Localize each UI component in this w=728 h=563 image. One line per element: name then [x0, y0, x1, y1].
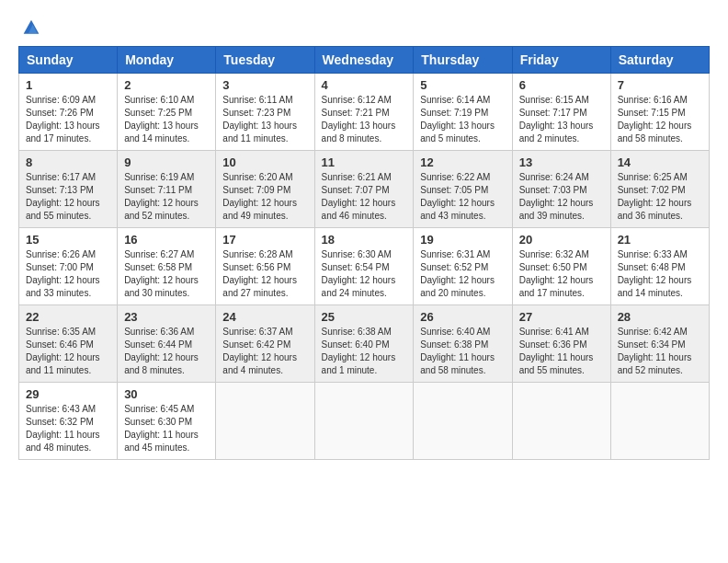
day-number: 6 [519, 78, 604, 92]
calendar: SundayMondayTuesdayWednesdayThursdayFrid… [18, 46, 710, 460]
column-header-thursday: Thursday [414, 47, 512, 74]
day-number: 13 [519, 155, 604, 169]
day-number: 18 [322, 233, 407, 247]
day-info: Sunrise: 6:45 AMSunset: 6:30 PMDaylight:… [124, 403, 209, 454]
calendar-cell: 27 Sunrise: 6:41 AMSunset: 6:36 PMDaylig… [512, 305, 610, 383]
day-number: 29 [26, 387, 110, 401]
calendar-cell: 7 Sunrise: 6:16 AMSunset: 7:15 PMDayligh… [610, 74, 709, 151]
calendar-cell: 19 Sunrise: 6:31 AMSunset: 6:52 PMDaylig… [414, 228, 512, 305]
day-info: Sunrise: 6:22 AMSunset: 7:05 PMDaylight:… [420, 171, 505, 223]
calendar-cell: 23 Sunrise: 6:36 AMSunset: 6:44 PMDaylig… [118, 305, 216, 383]
day-number: 9 [124, 155, 209, 169]
calendar-cell: 22 Sunrise: 6:35 AMSunset: 6:46 PMDaylig… [19, 305, 118, 383]
calendar-cell: 28 Sunrise: 6:42 AMSunset: 6:34 PMDaylig… [610, 305, 709, 383]
column-header-friday: Friday [512, 47, 610, 74]
day-number: 20 [519, 233, 604, 247]
calendar-cell: 13 Sunrise: 6:24 AMSunset: 7:03 PMDaylig… [512, 151, 610, 228]
day-info: Sunrise: 6:43 AMSunset: 6:32 PMDaylight:… [26, 403, 110, 454]
calendar-cell [414, 383, 512, 460]
calendar-week-5: 29 Sunrise: 6:43 AMSunset: 6:32 PMDaylig… [19, 383, 710, 460]
calendar-cell [314, 383, 414, 460]
calendar-cell [610, 383, 709, 460]
day-info: Sunrise: 6:35 AMSunset: 6:46 PMDaylight:… [26, 326, 110, 377]
day-number: 16 [124, 233, 209, 247]
column-header-monday: Monday [118, 47, 216, 74]
day-number: 15 [26, 233, 110, 247]
calendar-cell: 4 Sunrise: 6:12 AMSunset: 7:21 PMDayligh… [314, 74, 414, 151]
calendar-cell: 9 Sunrise: 6:19 AMSunset: 7:11 PMDayligh… [118, 151, 216, 228]
day-info: Sunrise: 6:36 AMSunset: 6:44 PMDaylight:… [124, 326, 209, 377]
day-number: 7 [618, 78, 702, 92]
day-info: Sunrise: 6:16 AMSunset: 7:15 PMDaylight:… [618, 94, 702, 145]
calendar-cell: 2 Sunrise: 6:10 AMSunset: 7:25 PMDayligh… [118, 74, 216, 151]
calendar-header-row: SundayMondayTuesdayWednesdayThursdayFrid… [19, 47, 710, 74]
calendar-cell: 15 Sunrise: 6:26 AMSunset: 7:00 PMDaylig… [19, 228, 118, 305]
calendar-cell [216, 383, 314, 460]
day-info: Sunrise: 6:27 AMSunset: 6:58 PMDaylight:… [124, 248, 209, 300]
day-number: 1 [26, 78, 110, 92]
day-number: 30 [124, 387, 209, 401]
day-info: Sunrise: 6:10 AMSunset: 7:25 PMDaylight:… [124, 94, 209, 145]
calendar-cell: 5 Sunrise: 6:14 AMSunset: 7:19 PMDayligh… [414, 74, 512, 151]
logo [18, 18, 40, 37]
day-number: 23 [124, 310, 209, 324]
day-number: 5 [420, 78, 505, 92]
day-info: Sunrise: 6:12 AMSunset: 7:21 PMDaylight:… [322, 94, 407, 145]
column-header-sunday: Sunday [19, 47, 118, 74]
day-info: Sunrise: 6:31 AMSunset: 6:52 PMDaylight:… [420, 248, 505, 300]
day-info: Sunrise: 6:24 AMSunset: 7:03 PMDaylight:… [519, 171, 604, 223]
calendar-cell: 17 Sunrise: 6:28 AMSunset: 6:56 PMDaylig… [216, 228, 314, 305]
calendar-cell: 10 Sunrise: 6:20 AMSunset: 7:09 PMDaylig… [216, 151, 314, 228]
calendar-week-2: 8 Sunrise: 6:17 AMSunset: 7:13 PMDayligh… [19, 151, 710, 228]
day-info: Sunrise: 6:40 AMSunset: 6:38 PMDaylight:… [420, 326, 505, 377]
day-info: Sunrise: 6:32 AMSunset: 6:50 PMDaylight:… [519, 248, 604, 300]
day-number: 2 [124, 78, 209, 92]
calendar-cell: 16 Sunrise: 6:27 AMSunset: 6:58 PMDaylig… [118, 228, 216, 305]
calendar-cell: 12 Sunrise: 6:22 AMSunset: 7:05 PMDaylig… [414, 151, 512, 228]
day-info: Sunrise: 6:42 AMSunset: 6:34 PMDaylight:… [618, 326, 702, 377]
column-header-tuesday: Tuesday [216, 47, 314, 74]
day-info: Sunrise: 6:26 AMSunset: 7:00 PMDaylight:… [26, 248, 110, 300]
calendar-cell: 26 Sunrise: 6:40 AMSunset: 6:38 PMDaylig… [414, 305, 512, 383]
calendar-week-3: 15 Sunrise: 6:26 AMSunset: 7:00 PMDaylig… [19, 228, 710, 305]
day-info: Sunrise: 6:14 AMSunset: 7:19 PMDaylight:… [420, 94, 505, 145]
column-header-saturday: Saturday [610, 47, 709, 74]
day-info: Sunrise: 6:41 AMSunset: 6:36 PMDaylight:… [519, 326, 604, 377]
calendar-cell: 29 Sunrise: 6:43 AMSunset: 6:32 PMDaylig… [19, 383, 118, 460]
calendar-cell: 20 Sunrise: 6:32 AMSunset: 6:50 PMDaylig… [512, 228, 610, 305]
calendar-cell: 30 Sunrise: 6:45 AMSunset: 6:30 PMDaylig… [118, 383, 216, 460]
day-info: Sunrise: 6:37 AMSunset: 6:42 PMDaylight:… [222, 326, 307, 377]
day-number: 27 [519, 310, 604, 324]
calendar-cell: 18 Sunrise: 6:30 AMSunset: 6:54 PMDaylig… [314, 228, 414, 305]
day-number: 8 [26, 155, 110, 169]
calendar-cell: 3 Sunrise: 6:11 AMSunset: 7:23 PMDayligh… [216, 74, 314, 151]
calendar-week-1: 1 Sunrise: 6:09 AMSunset: 7:26 PMDayligh… [19, 74, 710, 151]
calendar-cell: 21 Sunrise: 6:33 AMSunset: 6:48 PMDaylig… [610, 228, 709, 305]
day-info: Sunrise: 6:11 AMSunset: 7:23 PMDaylight:… [222, 94, 307, 145]
page-header [18, 18, 710, 37]
day-info: Sunrise: 6:09 AMSunset: 7:26 PMDaylight:… [26, 94, 110, 145]
day-info: Sunrise: 6:30 AMSunset: 6:54 PMDaylight:… [322, 248, 407, 300]
calendar-cell: 1 Sunrise: 6:09 AMSunset: 7:26 PMDayligh… [19, 74, 118, 151]
day-number: 11 [322, 155, 407, 169]
day-number: 4 [322, 78, 407, 92]
calendar-cell: 11 Sunrise: 6:21 AMSunset: 7:07 PMDaylig… [314, 151, 414, 228]
calendar-cell: 8 Sunrise: 6:17 AMSunset: 7:13 PMDayligh… [19, 151, 118, 228]
logo-icon [22, 18, 40, 37]
day-info: Sunrise: 6:21 AMSunset: 7:07 PMDaylight:… [322, 171, 407, 223]
day-info: Sunrise: 6:38 AMSunset: 6:40 PMDaylight:… [322, 326, 407, 377]
day-info: Sunrise: 6:25 AMSunset: 7:02 PMDaylight:… [618, 171, 702, 223]
day-number: 24 [222, 310, 307, 324]
calendar-week-4: 22 Sunrise: 6:35 AMSunset: 6:46 PMDaylig… [19, 305, 710, 383]
day-number: 19 [420, 233, 505, 247]
calendar-cell: 24 Sunrise: 6:37 AMSunset: 6:42 PMDaylig… [216, 305, 314, 383]
day-info: Sunrise: 6:20 AMSunset: 7:09 PMDaylight:… [222, 171, 307, 223]
day-info: Sunrise: 6:28 AMSunset: 6:56 PMDaylight:… [222, 248, 307, 300]
calendar-cell: 6 Sunrise: 6:15 AMSunset: 7:17 PMDayligh… [512, 74, 610, 151]
day-info: Sunrise: 6:17 AMSunset: 7:13 PMDaylight:… [26, 171, 110, 223]
day-info: Sunrise: 6:15 AMSunset: 7:17 PMDaylight:… [519, 94, 604, 145]
day-number: 28 [618, 310, 702, 324]
column-header-wednesday: Wednesday [314, 47, 414, 74]
day-number: 3 [222, 78, 307, 92]
calendar-cell: 14 Sunrise: 6:25 AMSunset: 7:02 PMDaylig… [610, 151, 709, 228]
